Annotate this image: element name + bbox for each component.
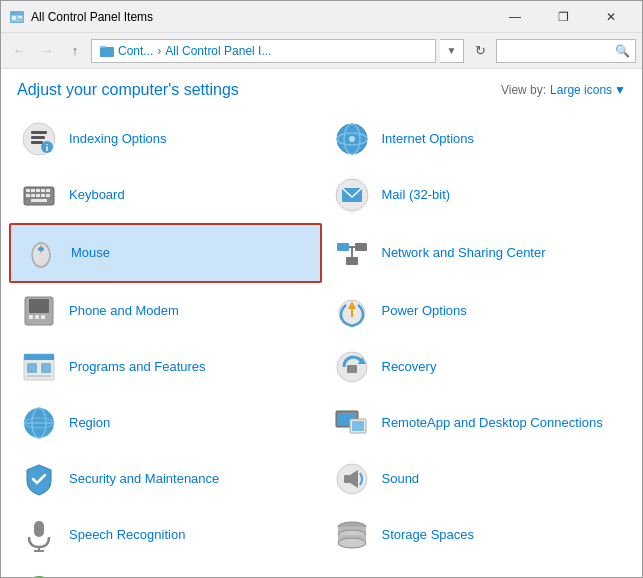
item-label-programs: Programs and Features bbox=[69, 359, 206, 376]
item-mail[interactable]: Mail (32-bit) bbox=[322, 167, 635, 223]
svg-rect-2 bbox=[12, 16, 16, 20]
item-sound[interactable]: Sound bbox=[322, 451, 635, 507]
svg-rect-8 bbox=[31, 136, 45, 139]
title-bar-buttons: — ❐ ✕ bbox=[492, 1, 634, 33]
window-icon bbox=[9, 9, 25, 25]
recovery-icon bbox=[332, 347, 372, 387]
items-grid: i Indexing Options Internet O bbox=[9, 111, 634, 577]
item-system[interactable]: System bbox=[322, 563, 635, 577]
item-label-network: Network and Sharing Center bbox=[382, 245, 546, 262]
svg-rect-63 bbox=[34, 521, 44, 537]
forward-button[interactable]: → bbox=[35, 39, 59, 63]
svg-rect-17 bbox=[26, 189, 30, 192]
svg-rect-46 bbox=[27, 363, 37, 373]
viewby-label: View by: bbox=[501, 83, 546, 97]
svg-rect-24 bbox=[36, 194, 40, 197]
item-security-maintenance[interactable]: Security and Maintenance bbox=[9, 451, 322, 507]
svg-point-70 bbox=[338, 538, 366, 548]
item-label-region: Region bbox=[69, 415, 110, 432]
item-label-speech: Speech Recognition bbox=[69, 527, 185, 544]
item-indexing-options[interactable]: i Indexing Options bbox=[9, 111, 322, 167]
remoteapp-icon bbox=[332, 403, 372, 443]
item-label-storage: Storage Spaces bbox=[382, 527, 475, 544]
items-container: i Indexing Options Internet O bbox=[1, 107, 642, 577]
svg-rect-41 bbox=[35, 315, 39, 319]
item-label-phone: Phone and Modem bbox=[69, 303, 179, 320]
main-window: All Control Panel Items — ❐ ✕ ← → ↑ Cont… bbox=[0, 0, 643, 578]
content-header: Adjust your computer's settings View by:… bbox=[1, 69, 642, 107]
region-icon bbox=[19, 403, 59, 443]
svg-rect-3 bbox=[18, 16, 22, 18]
content-area: Adjust your computer's settings View by:… bbox=[1, 69, 642, 577]
internet-icon bbox=[332, 119, 372, 159]
minimize-button[interactable]: — bbox=[492, 1, 538, 33]
item-remoteapp[interactable]: RemoteApp and Desktop Connections bbox=[322, 395, 635, 451]
path-all[interactable]: All Control Panel I... bbox=[165, 44, 271, 58]
svg-rect-22 bbox=[26, 194, 30, 197]
svg-rect-61 bbox=[344, 475, 350, 483]
svg-rect-26 bbox=[46, 194, 50, 197]
svg-point-32 bbox=[38, 247, 44, 251]
keyboard-icon bbox=[19, 175, 59, 215]
svg-rect-27 bbox=[31, 199, 47, 202]
item-speech-recognition[interactable]: Speech Recognition bbox=[9, 507, 322, 563]
svg-rect-39 bbox=[29, 299, 49, 313]
storage-icon bbox=[332, 515, 372, 555]
item-label-mail: Mail (32-bit) bbox=[382, 187, 451, 204]
viewby-dropdown[interactable]: Large icons ▼ bbox=[550, 83, 626, 97]
item-label-keyboard: Keyboard bbox=[69, 187, 125, 204]
svg-rect-45 bbox=[24, 354, 54, 360]
item-label-indexing: Indexing Options bbox=[69, 131, 167, 148]
address-chevron[interactable]: ▼ bbox=[440, 39, 464, 63]
window-title: All Control Panel Items bbox=[31, 10, 492, 24]
item-region[interactable]: Region bbox=[9, 395, 322, 451]
svg-text:i: i bbox=[46, 143, 49, 153]
svg-rect-42 bbox=[41, 315, 45, 319]
sync-icon bbox=[19, 571, 59, 577]
back-button[interactable]: ← bbox=[7, 39, 31, 63]
item-label-power: Power Options bbox=[382, 303, 467, 320]
item-keyboard[interactable]: Keyboard bbox=[9, 167, 322, 223]
restore-button[interactable]: ❐ bbox=[540, 1, 586, 33]
indexing-icon: i bbox=[19, 119, 59, 159]
viewby-arrow: ▼ bbox=[614, 83, 626, 97]
item-programs-features[interactable]: Programs and Features bbox=[9, 339, 322, 395]
address-path[interactable]: Cont... › All Control Panel I... bbox=[91, 39, 436, 63]
item-storage-spaces[interactable]: Storage Spaces bbox=[322, 507, 635, 563]
svg-rect-34 bbox=[355, 243, 367, 251]
svg-rect-21 bbox=[46, 189, 50, 192]
item-network-sharing[interactable]: Network and Sharing Center bbox=[322, 223, 635, 283]
svg-rect-19 bbox=[36, 189, 40, 192]
svg-rect-20 bbox=[41, 189, 45, 192]
svg-point-71 bbox=[24, 576, 54, 577]
search-input[interactable] bbox=[496, 39, 636, 63]
folder-icon bbox=[100, 44, 114, 58]
item-label-mouse: Mouse bbox=[71, 245, 110, 262]
item-recovery[interactable]: Recovery bbox=[322, 339, 635, 395]
viewby-value: Large icons bbox=[550, 83, 612, 97]
item-sync-center[interactable]: Sync Center bbox=[9, 563, 322, 577]
item-label-remoteapp: RemoteApp and Desktop Connections bbox=[382, 415, 603, 432]
title-bar: All Control Panel Items — ❐ ✕ bbox=[1, 1, 642, 33]
svg-rect-47 bbox=[41, 363, 51, 373]
item-power-options[interactable]: Power Options bbox=[322, 283, 635, 339]
programs-icon bbox=[19, 347, 59, 387]
item-internet-options[interactable]: Internet Options bbox=[322, 111, 635, 167]
item-label-recovery: Recovery bbox=[382, 359, 437, 376]
svg-rect-48 bbox=[27, 375, 51, 377]
security-icon bbox=[19, 459, 59, 499]
phone-icon bbox=[19, 291, 59, 331]
svg-rect-35 bbox=[346, 257, 358, 265]
item-mouse[interactable]: Mouse bbox=[9, 223, 322, 283]
svg-point-15 bbox=[349, 136, 355, 142]
up-button[interactable]: ↑ bbox=[63, 39, 87, 63]
mouse-icon bbox=[21, 233, 61, 273]
close-button[interactable]: ✕ bbox=[588, 1, 634, 33]
network-icon bbox=[332, 233, 372, 273]
page-title: Adjust your computer's settings bbox=[17, 81, 239, 99]
item-phone-modem[interactable]: Phone and Modem bbox=[9, 283, 322, 339]
address-bar: ← → ↑ Cont... › All Control Panel I... ▼… bbox=[1, 33, 642, 69]
path-cont[interactable]: Cont... bbox=[118, 44, 153, 58]
refresh-button[interactable]: ↻ bbox=[468, 39, 492, 63]
item-label-security: Security and Maintenance bbox=[69, 471, 219, 488]
